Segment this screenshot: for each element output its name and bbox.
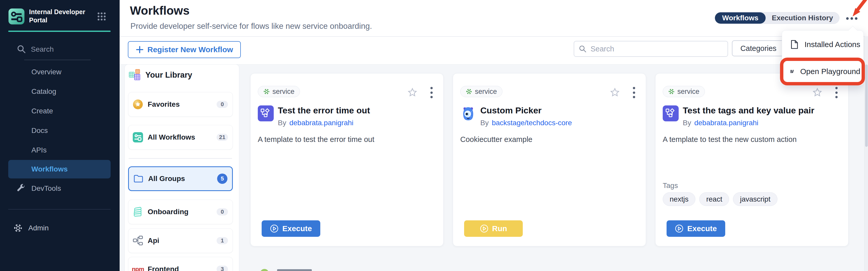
library-title: Your Library (145, 70, 192, 80)
view-toggle: Workflows Execution History (715, 12, 839, 24)
gear-icon (668, 88, 675, 95)
tags-label: Tags (663, 181, 678, 190)
sidebar-item-admin[interactable]: Admin (13, 222, 91, 234)
menu-item-installed-actions[interactable]: Installed Actions (786, 35, 860, 54)
library-icon (790, 67, 794, 76)
library-item-favorites[interactable]: Favorites 0 (128, 92, 233, 117)
play-icon (480, 224, 489, 233)
logo-glyph (8, 8, 25, 25)
service-chip: service (258, 86, 300, 97)
card-menu-icon[interactable] (632, 87, 636, 98)
library-item-frontend[interactable]: npm Frontend 3 (128, 257, 233, 271)
scrollbar-thumb[interactable] (865, 65, 868, 147)
sidebar-item-create[interactable]: Create (8, 102, 111, 120)
page-subtitle: Provide developer self-service for flows… (130, 22, 372, 31)
run-button[interactable]: Run (464, 221, 523, 237)
sidebar-item-workflows[interactable]: Workflows (8, 160, 111, 178)
gear-icon (466, 88, 472, 95)
card-author-row: Bydebabrata.panigrahi (278, 119, 353, 127)
card-title: Custom Picker (480, 105, 541, 115)
play-icon (675, 224, 684, 233)
layers-icon (133, 207, 143, 217)
favorite-star-icon[interactable] (610, 88, 620, 99)
card-description: A template to test the new custom action (663, 135, 841, 144)
apps-grid-icon[interactable] (97, 12, 106, 21)
card-title: Test the error time out (278, 105, 370, 115)
sidebar-divider (8, 209, 111, 209)
service-chip: service (460, 86, 502, 97)
template-icon (258, 105, 274, 121)
author-link[interactable]: backstage/techdocs-core (492, 119, 572, 127)
workflow-card: service Test the tags and key value pair… (655, 73, 848, 246)
workflow-tile-icon (133, 132, 143, 142)
menu-item-open-playground[interactable]: Open Playground (786, 62, 860, 81)
template-icon (663, 105, 679, 121)
sidebar-accent-rule (8, 31, 111, 32)
tab-execution-history[interactable]: Execution History (766, 12, 839, 24)
favorite-star-icon[interactable] (812, 88, 823, 99)
gear-icon (263, 88, 270, 95)
workflow-search-input[interactable] (590, 44, 723, 54)
main-area: Workflows Provide developer self-service… (120, 0, 868, 271)
count-badge: 0 (217, 101, 228, 108)
card-menu-icon[interactable] (835, 87, 838, 98)
header-divider (120, 36, 868, 37)
tags-row: nextjs react javascript (663, 192, 777, 206)
workflows-page: Internal Developer Portal Search Overvie… (0, 0, 868, 271)
tab-workflows[interactable]: Workflows (715, 12, 766, 24)
workflow-card: service Test the error time out Bydebabr… (250, 73, 443, 246)
card-menu-icon[interactable] (430, 87, 433, 98)
sidebar-item-apis[interactable]: APIs (8, 141, 111, 160)
card-description: A template to test the error time out (258, 135, 437, 144)
sidebar-item-catalog[interactable]: Catalog (8, 82, 111, 101)
count-badge: 21 (217, 134, 228, 141)
document-icon (790, 40, 798, 49)
count-badge: 0 (217, 208, 228, 215)
network-icon (133, 236, 143, 246)
app-logo (8, 8, 25, 25)
workflow-search (574, 41, 728, 57)
sidebar-item-devtools[interactable]: DevTools (8, 179, 111, 198)
library-item-all-groups[interactable]: All Groups 5 (128, 166, 233, 191)
categories-button[interactable]: Categories (732, 40, 785, 56)
library-panel: Your Library Favorites 0 (125, 64, 239, 271)
author-link[interactable]: debabrata.panigrahi (289, 119, 353, 127)
workflow-card: service Custom Picker (453, 73, 646, 246)
execute-button[interactable]: Execute (666, 221, 725, 237)
library-item-onboarding[interactable]: Onboarding 0 (128, 200, 233, 224)
search-icon (579, 45, 587, 53)
card-author-row: Bybackstage/techdocs-core (480, 119, 572, 127)
sidebar-item-docs[interactable]: Docs (8, 121, 111, 140)
register-workflow-button[interactable]: Register New Workflow (128, 41, 241, 58)
sidebar-item-overview[interactable]: Overview (8, 63, 111, 81)
library-item-all-workflows[interactable]: All Workflows 21 (128, 125, 233, 150)
more-menu-button[interactable] (846, 15, 858, 22)
execute-button[interactable]: Execute (261, 221, 320, 237)
tag-chip[interactable]: nextjs (663, 192, 695, 206)
next-section-text-clipped (277, 269, 312, 271)
sidebar: Internal Developer Portal Search Overvie… (0, 0, 120, 271)
favorite-star-icon[interactable] (407, 88, 417, 99)
count-badge: 3 (217, 266, 228, 271)
folder-icon (133, 174, 144, 184)
app-title: Internal Developer Portal (29, 8, 96, 24)
tag-chip[interactable]: react (699, 192, 729, 206)
count-badge: 1 (217, 237, 228, 244)
author-link[interactable]: debabrata.panigrahi (694, 119, 758, 127)
scrollbar[interactable] (864, 36, 868, 271)
more-menu-popover: Installed Actions Open Playground (782, 30, 864, 86)
monster-icon (460, 105, 476, 121)
library-item-api[interactable]: Api 1 (128, 228, 233, 253)
play-icon (270, 224, 279, 233)
sidebar-search[interactable]: Search (17, 43, 102, 61)
sidebar-search-underline (24, 60, 91, 60)
gear-icon (13, 224, 23, 233)
npm-logo: npm (133, 264, 143, 271)
count-badge: 5 (217, 174, 227, 184)
cubes-icon (128, 69, 141, 81)
card-description: Cookiecutter example (460, 135, 639, 144)
service-chip: service (663, 86, 705, 97)
tag-chip[interactable]: javascript (733, 192, 777, 206)
card-author-row: Bydebabrata.panigrahi (683, 119, 758, 127)
sidebar-search-placeholder: Search (31, 45, 54, 54)
